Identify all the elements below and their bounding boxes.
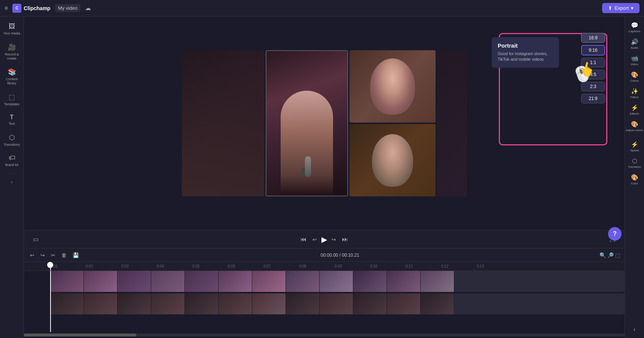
forward-5-button[interactable]: ↪ bbox=[330, 235, 338, 244]
help-button[interactable]: ? bbox=[608, 227, 622, 241]
rs-label-color: Color bbox=[631, 182, 638, 185]
video-left-clip bbox=[182, 50, 264, 196]
aspect-btn-4-5[interactable]: 4:5 bbox=[581, 70, 605, 79]
rs-color[interactable]: 🎨 Color bbox=[625, 172, 644, 187]
ruler-mark-0: 0:01 bbox=[50, 264, 86, 268]
rs-label-speed: Speed bbox=[630, 149, 639, 152]
timeline-track-2[interactable] bbox=[50, 293, 625, 314]
thumb-1-10 bbox=[353, 271, 387, 292]
rs-collapse-btn[interactable]: ‹ bbox=[625, 324, 644, 335]
ruler-mark-1: 0:02 bbox=[86, 264, 121, 268]
rs-label-transition: Transition bbox=[628, 165, 641, 169]
subtitle-btn[interactable]: ▭ bbox=[31, 234, 40, 244]
zoom-out-button[interactable]: 🔍 bbox=[599, 252, 606, 258]
thumb-2-6 bbox=[219, 293, 252, 314]
rs-transition[interactable]: ⬡ Transition bbox=[625, 155, 644, 171]
menu-button[interactable]: ≡ bbox=[4, 5, 8, 12]
thumb-2-7 bbox=[252, 293, 286, 314]
rs-adjust-colors[interactable]: 🎨 Adjust colors bbox=[625, 118, 644, 134]
ruler-mark-10: 0:11 bbox=[406, 264, 441, 268]
timeline-track-1[interactable] bbox=[50, 271, 625, 292]
rs-effects[interactable]: ⚡ Effects bbox=[625, 102, 644, 118]
sidebar-label-content-library: Content library bbox=[3, 77, 21, 85]
delete-button[interactable]: 🗑 bbox=[60, 251, 68, 259]
question-mark-icon: ? bbox=[613, 230, 617, 237]
sidebar-item-text[interactable]: T Text bbox=[1, 111, 22, 129]
track-1-thumbnails bbox=[50, 271, 625, 292]
thumb-2-2 bbox=[84, 293, 117, 314]
sidebar-item-templates[interactable]: ⬚ Templates bbox=[1, 90, 22, 109]
sidebar-label-templates: Templates bbox=[4, 102, 19, 106]
video-title[interactable]: My video bbox=[55, 4, 80, 12]
playback-center: ⏮ ↩ ▶ ↪ ⏭ bbox=[299, 235, 350, 244]
rs-captions[interactable]: 💬 Captions bbox=[625, 19, 644, 35]
thumb-1-2 bbox=[84, 271, 117, 292]
aspect-btn-9-16[interactable]: 9:16 bbox=[581, 45, 605, 55]
cut-button[interactable]: ✂ bbox=[49, 251, 57, 259]
colors-icon: 🎨 bbox=[631, 71, 638, 78]
save-button[interactable]: 💾 bbox=[71, 251, 80, 259]
playhead-indicator[interactable] bbox=[47, 262, 53, 268]
fit-to-window-button[interactable]: ⬚ bbox=[615, 252, 620, 258]
thumb-2-9 bbox=[320, 293, 353, 314]
aspect-btn-21-9[interactable]: 21:9 bbox=[581, 94, 605, 103]
main-layout: 🖼 Your media 🎥 Record & create 📚 Content… bbox=[0, 16, 644, 338]
templates-icon: ⬚ bbox=[9, 93, 15, 101]
aspect-ratio-panel: 16:9 9:16 1:1 4:5 2:3 21:9 bbox=[581, 33, 605, 103]
thumb-2-4 bbox=[151, 293, 185, 314]
speed-icon: ⚡ bbox=[631, 141, 638, 148]
rs-colors[interactable]: 🎨 Colors bbox=[625, 69, 644, 85]
skip-forward-button[interactable]: ⏭ bbox=[341, 235, 350, 244]
zoom-controls: 🔍 🔎 ⬚ bbox=[599, 252, 620, 258]
record-create-icon: 🎥 bbox=[8, 43, 16, 51]
aspect-btn-2-3[interactable]: 2:3 bbox=[581, 82, 605, 91]
sidebar-item-content-library[interactable]: 📚 Content library bbox=[1, 65, 22, 88]
video-main-frame bbox=[266, 50, 348, 196]
sidebar-label-transitions: Transitions bbox=[4, 143, 20, 147]
portrait-title: Portrait bbox=[498, 42, 553, 49]
ruler-mark-2: 0:03 bbox=[121, 264, 157, 268]
zoom-in-button[interactable]: 🔎 bbox=[607, 252, 614, 258]
rs-label-filters: Filters bbox=[631, 96, 639, 99]
sidebar-item-brand-kit[interactable]: 🏷 Brand kit bbox=[1, 151, 22, 170]
audio-icon: 🔊 bbox=[631, 38, 638, 45]
timeline-time-display: 00:00.00 / 00:10.21 bbox=[321, 253, 359, 258]
skip-back-button[interactable]: ⏮ bbox=[299, 235, 308, 244]
video-right-clip bbox=[437, 50, 467, 196]
timeline-scrollbar[interactable] bbox=[24, 334, 625, 337]
export-arrow-icon: ▾ bbox=[631, 5, 634, 11]
rs-video[interactable]: 📹 Video bbox=[625, 52, 644, 68]
sidebar-label-your-media: Your media bbox=[3, 31, 20, 36]
rewind-5-button[interactable]: ↩ bbox=[311, 235, 318, 244]
thumb-1-3 bbox=[117, 271, 151, 292]
thumb-1-1 bbox=[50, 271, 84, 292]
rs-label-effects: Effects bbox=[630, 112, 639, 115]
sidebar-item-your-media[interactable]: 🖼 Your media bbox=[1, 19, 22, 39]
redo-button[interactable]: ↪ bbox=[39, 251, 46, 259]
play-button[interactable]: ▶ bbox=[321, 235, 327, 244]
rs-label-audio: Audio bbox=[631, 46, 638, 49]
ruler-marks: 0:01 0:02 0:03 0:04 0:05 0:06 0:07 0:08 … bbox=[50, 264, 625, 268]
sidebar-item-transitions[interactable]: ⬡ Transitions bbox=[1, 130, 22, 150]
rs-audio[interactable]: 🔊 Audio bbox=[625, 36, 644, 52]
sidebar-item-record-create[interactable]: 🎥 Record & create bbox=[1, 40, 22, 64]
hamburger-icon: ≡ bbox=[4, 5, 8, 11]
aspect-buttons-list: 16:9 9:16 1:1 4:5 2:3 21:9 bbox=[581, 33, 605, 103]
thumb-2-3 bbox=[117, 293, 151, 314]
rs-speed[interactable]: ⚡ Speed bbox=[625, 139, 644, 154]
thumb-2-11 bbox=[387, 293, 421, 314]
portrait-description: Good for Instagram stories, TikTok and m… bbox=[498, 51, 553, 63]
sidebar-expand-btn[interactable]: › bbox=[1, 176, 22, 188]
thumb-1-5 bbox=[185, 271, 219, 292]
left-sidebar: 🖼 Your media 🎥 Record & create 📚 Content… bbox=[0, 16, 24, 338]
timeline-area: ↩ ↪ ✂ 🗑 💾 00:00.00 / 00:10.21 🔍 🔎 ⬚ 0:01 bbox=[24, 248, 625, 338]
playback-left: ▭ bbox=[31, 234, 40, 244]
aspect-btn-1-1[interactable]: 1:1 bbox=[581, 58, 605, 67]
thumb-2-10 bbox=[353, 293, 387, 314]
rs-filters[interactable]: ✨ Filters bbox=[625, 85, 644, 101]
ruler-mark-7: 0:08 bbox=[299, 264, 335, 268]
export-button[interactable]: ⬆ Export ▾ bbox=[602, 3, 640, 13]
undo-button[interactable]: ↩ bbox=[28, 251, 36, 259]
aspect-btn-16-9[interactable]: 16:9 bbox=[581, 33, 605, 43]
rs-label-colors: Colors bbox=[630, 79, 639, 82]
